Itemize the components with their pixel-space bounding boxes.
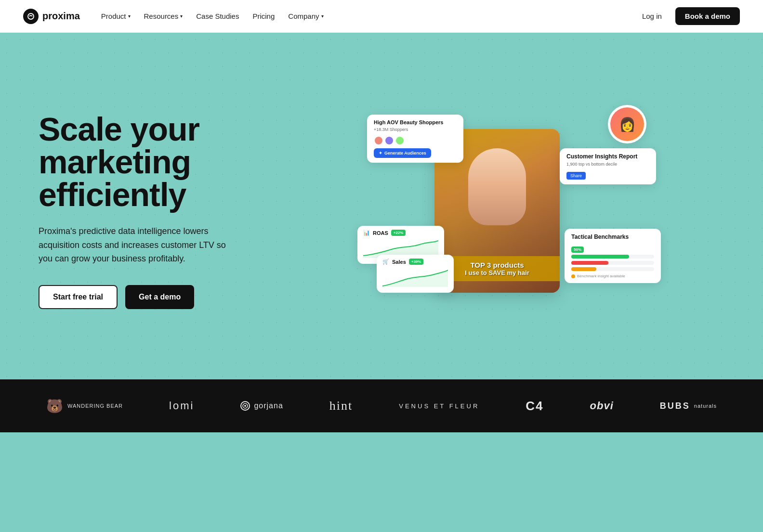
chevron-down-icon: ▾ [321, 13, 324, 19]
svg-point-2 [244, 405, 246, 407]
card-profile-avatar: 👩 [608, 105, 646, 143]
logo-text: proxima [42, 11, 80, 22]
avatar [384, 136, 394, 145]
hero-section: Scale your marketing efficiently Proxima… [0, 33, 763, 379]
book-demo-button[interactable]: Book a demo [675, 7, 740, 25]
start-trial-button[interactable]: Start free trial [39, 285, 118, 309]
logo[interactable]: proxima [23, 9, 80, 24]
nav-right: Log in Book a demo [636, 7, 740, 25]
card-sales: 🛒 Sales +39% [377, 255, 454, 293]
nav-product[interactable]: Product ▾ [95, 8, 136, 24]
sales-chart [382, 268, 448, 287]
login-button[interactable]: Log in [636, 8, 668, 24]
hint-icon [571, 274, 575, 278]
navbar: proxima Product ▾ Resources ▾ Case Studi… [0, 0, 763, 33]
nav-links: Product ▾ Resources ▾ Case Studies Prici… [95, 8, 329, 24]
generate-audiences-button[interactable]: ✦ Generate Audiences [374, 148, 431, 158]
avatar-group [374, 136, 457, 145]
logo-c4: C4 [526, 399, 543, 414]
hero-content: Scale your marketing efficiently Proxima… [39, 113, 270, 309]
nav-company[interactable]: Company ▾ [282, 8, 329, 24]
logos-bar: 🐻 wandering bear lomi gorjana hint VENUS… [0, 379, 763, 432]
roas-icon: 📊 [363, 230, 370, 236]
ai-icon: ✦ [379, 151, 382, 156]
logo-icon [23, 9, 39, 24]
chevron-down-icon: ▾ [180, 13, 183, 19]
avatar [395, 136, 405, 145]
hero-visual: TOP 3 products I use to SAVE my hair Hig… [270, 119, 724, 302]
logo-hint: hint [329, 399, 353, 413]
nav-pricing[interactable]: Pricing [247, 8, 280, 24]
bear-icon: 🐻 [46, 398, 64, 414]
avatar [374, 136, 383, 145]
hero-title: Scale your marketing efficiently [39, 113, 270, 211]
logo-venus-et-fleur: VENUS ET FLEUR [399, 402, 479, 410]
card-insights: Customer Insights Report 1,900 top vs bo… [560, 148, 656, 184]
share-button[interactable]: Share [566, 172, 586, 180]
svg-point-0 [28, 13, 34, 19]
logo-bubs: BUBS naturals [660, 401, 717, 411]
logo-wandering-bear: 🐻 wandering bear [46, 398, 123, 414]
nav-resources[interactable]: Resources ▾ [138, 8, 189, 24]
sales-icon: 🛒 [382, 259, 389, 265]
card-tactical-benchmarks: Tactical Benchmarks 50% Benchmark insigh… [565, 229, 661, 283]
gorjana-circle-icon [240, 401, 250, 411]
nav-case-studies[interactable]: Case Studies [190, 8, 245, 24]
hero-buttons: Start free trial Get a demo [39, 285, 270, 309]
card-aov: High AOV Beauty Shoppers +18.3M Shoppers… [367, 115, 463, 163]
logo-lomi: lomi [169, 400, 194, 412]
logo-obvi: obvi [590, 400, 614, 412]
get-demo-button[interactable]: Get a demo [125, 285, 194, 309]
profile-image: 👩 [610, 107, 644, 141]
hero-subtitle: Proxima's predictive data intelligence l… [39, 224, 241, 266]
chevron-down-icon: ▾ [128, 13, 131, 19]
hint-text: Benchmark insight available [577, 274, 625, 278]
logo-gorjana: gorjana [240, 401, 283, 411]
